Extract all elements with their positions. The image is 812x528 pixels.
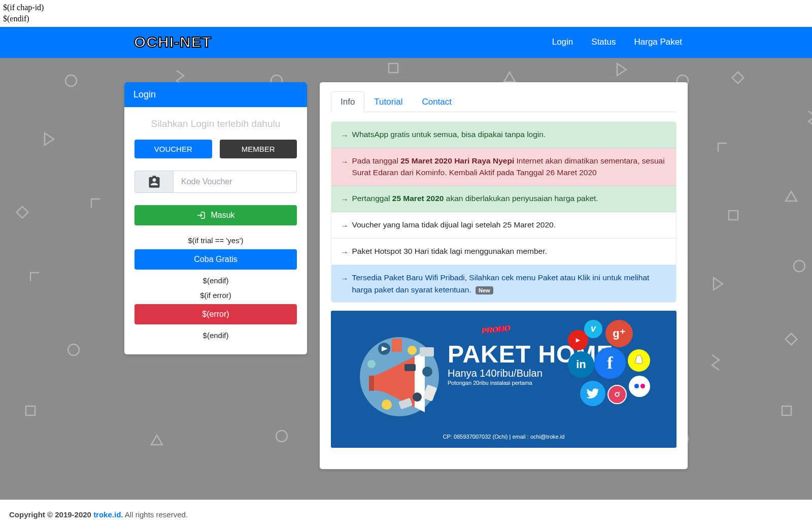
new-badge: New bbox=[476, 286, 493, 294]
info-tabs: Info Tutorial Contact bbox=[331, 91, 676, 112]
svg-point-26 bbox=[413, 392, 422, 402]
instagram-icon bbox=[607, 385, 627, 404]
arrow-icon: → bbox=[341, 193, 349, 205]
facebook-icon: f bbox=[594, 347, 626, 379]
login-panel-heading: Login bbox=[124, 82, 307, 107]
svg-rect-10 bbox=[732, 72, 744, 83]
tab-voucher[interactable]: VOUCHER bbox=[134, 140, 212, 158]
svg-point-0 bbox=[65, 75, 77, 86]
info-list-item: →Paket Hotspot 30 Hari tidak lagi menggu… bbox=[331, 239, 676, 265]
footer-copyright: Copyright © 2019-2020 bbox=[9, 510, 93, 519]
footer: Copyright © 2019-2020 troke.id. All righ… bbox=[0, 500, 812, 528]
flickr-icon bbox=[629, 376, 650, 397]
promo-contact: CP: 085937007032 (Ochi) | email : ochi@t… bbox=[331, 434, 676, 440]
brand-logo: OCHI-NET bbox=[127, 34, 212, 51]
svg-point-23 bbox=[422, 367, 432, 377]
social-cluster: ▶ v g⁺ in f bbox=[568, 320, 664, 411]
arrow-icon: → bbox=[341, 273, 349, 284]
navbar: OCHI-NET Login Status Harga Paket bbox=[0, 27, 812, 58]
nav-login[interactable]: Login bbox=[552, 37, 573, 47]
arrow-icon: → bbox=[341, 129, 349, 141]
svg-point-12 bbox=[794, 260, 805, 272]
login-prompt: Silahkan Login terlebih dahulu bbox=[134, 118, 297, 129]
twitter-icon bbox=[580, 381, 605, 406]
promo-badge: PROMO bbox=[481, 323, 511, 335]
template-if-error: $(if error) bbox=[134, 289, 297, 301]
svg-rect-6 bbox=[26, 406, 35, 415]
info-list-item: →Pertanggal 25 Maret 2020 akan diberlaku… bbox=[331, 186, 676, 212]
info-list-item: →WhatsApp gratis untuk semua, bisa dipak… bbox=[331, 122, 676, 148]
tab-info[interactable]: Info bbox=[331, 91, 364, 112]
id-badge-icon bbox=[147, 175, 161, 189]
svg-rect-22 bbox=[404, 364, 416, 371]
snapchat-icon bbox=[628, 349, 650, 372]
svg-point-28 bbox=[615, 392, 619, 397]
footer-link[interactable]: troke.id. bbox=[93, 510, 123, 519]
svg-point-24 bbox=[382, 400, 392, 410]
svg-rect-13 bbox=[786, 333, 797, 345]
sign-in-icon bbox=[196, 211, 206, 220]
arrow-icon: → bbox=[341, 220, 349, 232]
info-item-text: WhatsApp gratis untuk semua, bisa dipaka… bbox=[352, 128, 667, 140]
arrow-icon: → bbox=[341, 246, 349, 258]
tab-tutorial[interactable]: Tutorial bbox=[364, 91, 412, 112]
info-item-text: Tersedia Paket Baru Wifi Pribadi, Silahk… bbox=[352, 272, 667, 295]
linkedin-icon: in bbox=[568, 351, 594, 378]
voucher-code-input[interactable] bbox=[173, 171, 297, 193]
masuk-button[interactable]: Masuk bbox=[134, 205, 297, 225]
nav-status[interactable]: Status bbox=[591, 37, 616, 47]
googleplus-icon: g⁺ bbox=[605, 320, 633, 347]
info-item-text: Paket Hotspot 30 Hari tidak lagi menggun… bbox=[352, 245, 667, 257]
svg-rect-14 bbox=[782, 406, 791, 415]
masuk-label: Masuk bbox=[211, 211, 234, 220]
svg-rect-11 bbox=[729, 211, 738, 220]
login-panel: Login Silahkan Login terlebih dahulu VOU… bbox=[124, 82, 307, 354]
error-button[interactable]: $(error) bbox=[134, 304, 297, 324]
info-list-item[interactable]: →Tersedia Paket Baru Wifi Pribadi, Silah… bbox=[331, 265, 676, 302]
template-endif-1: $(endif) bbox=[134, 275, 297, 286]
main-content: Login Silahkan Login terlebih dahulu VOU… bbox=[0, 58, 812, 500]
svg-rect-2 bbox=[389, 63, 398, 73]
template-if-trial: $(if trial == 'yes') bbox=[134, 235, 297, 246]
svg-point-5 bbox=[68, 344, 79, 355]
megaphone-graphic bbox=[349, 326, 455, 420]
voucher-icon-addon bbox=[134, 171, 173, 193]
svg-rect-16 bbox=[369, 376, 374, 391]
coba-gratis-button[interactable]: Coba Gratis bbox=[134, 249, 297, 270]
svg-point-19 bbox=[408, 346, 417, 355]
info-item-text: Pertanggal 25 Maret 2020 akan diberlakuk… bbox=[352, 192, 667, 204]
tab-contact[interactable]: Contact bbox=[412, 91, 461, 112]
tab-member[interactable]: MEMBER bbox=[220, 140, 297, 158]
info-panel: Info Tutorial Contact →WhatsApp gratis u… bbox=[320, 82, 688, 469]
arrow-icon: → bbox=[341, 156, 349, 168]
svg-rect-20 bbox=[420, 347, 434, 356]
info-list-item: →Voucher yang lama tidak dijual lagi set… bbox=[331, 212, 676, 239]
svg-rect-18 bbox=[392, 339, 402, 352]
template-directive: $(if chap-id) $(endif) bbox=[0, 0, 812, 27]
svg-point-21 bbox=[367, 360, 376, 368]
info-item-text: Pada tanggal 25 Maret 2020 Hari Raya Nye… bbox=[352, 155, 667, 179]
footer-rights: All rights reserved. bbox=[123, 510, 188, 519]
promo-banner[interactable]: PROMO PAKET HOME Hanya 140ribu/Bulan Pot… bbox=[331, 311, 676, 448]
info-list-item: →Pada tanggal 25 Maret 2020 Hari Raya Ny… bbox=[331, 148, 676, 186]
info-item-text: Voucher yang lama tidak dijual lagi sete… bbox=[352, 219, 667, 230]
template-endif-2: $(endif) bbox=[134, 329, 297, 341]
info-list: →WhatsApp gratis untuk semua, bisa dipak… bbox=[331, 121, 676, 303]
vimeo-icon: v bbox=[584, 320, 602, 338]
nav-harga-paket[interactable]: Harga Paket bbox=[634, 37, 683, 47]
svg-point-29 bbox=[619, 391, 620, 392]
svg-rect-4 bbox=[17, 206, 28, 218]
nav-links: Login Status Harga Paket bbox=[552, 37, 685, 47]
